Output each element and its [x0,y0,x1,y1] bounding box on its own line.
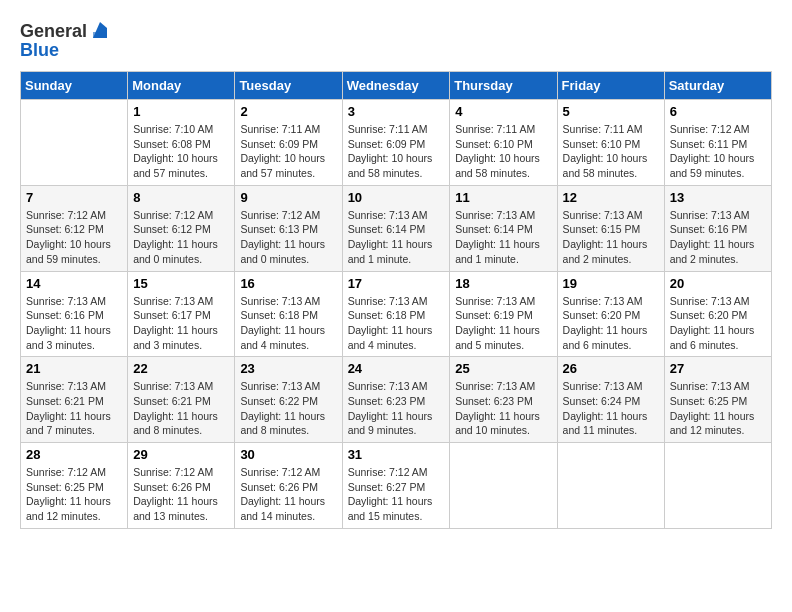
day-cell: 25Sunrise: 7:13 AMSunset: 6:23 PMDayligh… [450,357,557,443]
page-header: General Blue [20,20,772,61]
day-info: Sunrise: 7:12 AMSunset: 6:12 PMDaylight:… [133,208,229,267]
day-number: 5 [563,104,659,119]
day-cell: 15Sunrise: 7:13 AMSunset: 6:17 PMDayligh… [128,271,235,357]
calendar-table: SundayMondayTuesdayWednesdayThursdayFrid… [20,71,772,529]
day-info: Sunrise: 7:13 AMSunset: 6:20 PMDaylight:… [670,294,766,353]
day-cell: 16Sunrise: 7:13 AMSunset: 6:18 PMDayligh… [235,271,342,357]
day-number: 19 [563,276,659,291]
day-cell: 1Sunrise: 7:10 AMSunset: 6:08 PMDaylight… [128,100,235,186]
day-number: 7 [26,190,122,205]
day-number: 23 [240,361,336,376]
weekday-header-sunday: Sunday [21,72,128,100]
day-number: 18 [455,276,551,291]
day-info: Sunrise: 7:12 AMSunset: 6:26 PMDaylight:… [133,465,229,524]
week-row-4: 21Sunrise: 7:13 AMSunset: 6:21 PMDayligh… [21,357,772,443]
day-number: 1 [133,104,229,119]
weekday-header-monday: Monday [128,72,235,100]
day-cell [450,443,557,529]
day-info: Sunrise: 7:13 AMSunset: 6:18 PMDaylight:… [240,294,336,353]
day-info: Sunrise: 7:11 AMSunset: 6:10 PMDaylight:… [563,122,659,181]
day-number: 24 [348,361,445,376]
day-number: 12 [563,190,659,205]
day-info: Sunrise: 7:13 AMSunset: 6:19 PMDaylight:… [455,294,551,353]
day-info: Sunrise: 7:13 AMSunset: 6:14 PMDaylight:… [348,208,445,267]
day-info: Sunrise: 7:13 AMSunset: 6:17 PMDaylight:… [133,294,229,353]
day-cell: 29Sunrise: 7:12 AMSunset: 6:26 PMDayligh… [128,443,235,529]
day-info: Sunrise: 7:13 AMSunset: 6:16 PMDaylight:… [26,294,122,353]
day-number: 21 [26,361,122,376]
day-info: Sunrise: 7:13 AMSunset: 6:22 PMDaylight:… [240,379,336,438]
day-number: 17 [348,276,445,291]
day-info: Sunrise: 7:13 AMSunset: 6:18 PMDaylight:… [348,294,445,353]
day-cell: 22Sunrise: 7:13 AMSunset: 6:21 PMDayligh… [128,357,235,443]
day-cell: 27Sunrise: 7:13 AMSunset: 6:25 PMDayligh… [664,357,771,443]
day-number: 6 [670,104,766,119]
day-info: Sunrise: 7:13 AMSunset: 6:21 PMDaylight:… [133,379,229,438]
day-number: 4 [455,104,551,119]
weekday-header-saturday: Saturday [664,72,771,100]
day-cell: 28Sunrise: 7:12 AMSunset: 6:25 PMDayligh… [21,443,128,529]
day-number: 31 [348,447,445,462]
day-number: 11 [455,190,551,205]
day-cell: 26Sunrise: 7:13 AMSunset: 6:24 PMDayligh… [557,357,664,443]
week-row-1: 1Sunrise: 7:10 AMSunset: 6:08 PMDaylight… [21,100,772,186]
day-info: Sunrise: 7:12 AMSunset: 6:26 PMDaylight:… [240,465,336,524]
day-cell: 24Sunrise: 7:13 AMSunset: 6:23 PMDayligh… [342,357,450,443]
day-cell: 5Sunrise: 7:11 AMSunset: 6:10 PMDaylight… [557,100,664,186]
day-info: Sunrise: 7:13 AMSunset: 6:24 PMDaylight:… [563,379,659,438]
day-number: 27 [670,361,766,376]
day-cell: 8Sunrise: 7:12 AMSunset: 6:12 PMDaylight… [128,185,235,271]
day-number: 2 [240,104,336,119]
day-info: Sunrise: 7:11 AMSunset: 6:10 PMDaylight:… [455,122,551,181]
day-cell: 4Sunrise: 7:11 AMSunset: 6:10 PMDaylight… [450,100,557,186]
day-info: Sunrise: 7:12 AMSunset: 6:13 PMDaylight:… [240,208,336,267]
day-cell: 11Sunrise: 7:13 AMSunset: 6:14 PMDayligh… [450,185,557,271]
day-info: Sunrise: 7:13 AMSunset: 6:15 PMDaylight:… [563,208,659,267]
week-row-2: 7Sunrise: 7:12 AMSunset: 6:12 PMDaylight… [21,185,772,271]
day-info: Sunrise: 7:11 AMSunset: 6:09 PMDaylight:… [348,122,445,181]
day-info: Sunrise: 7:12 AMSunset: 6:11 PMDaylight:… [670,122,766,181]
day-info: Sunrise: 7:13 AMSunset: 6:25 PMDaylight:… [670,379,766,438]
day-cell: 13Sunrise: 7:13 AMSunset: 6:16 PMDayligh… [664,185,771,271]
logo: General Blue [20,20,111,61]
svg-marker-1 [93,32,107,38]
day-number: 20 [670,276,766,291]
day-number: 25 [455,361,551,376]
day-info: Sunrise: 7:11 AMSunset: 6:09 PMDaylight:… [240,122,336,181]
day-cell: 21Sunrise: 7:13 AMSunset: 6:21 PMDayligh… [21,357,128,443]
day-number: 30 [240,447,336,462]
day-info: Sunrise: 7:12 AMSunset: 6:25 PMDaylight:… [26,465,122,524]
day-cell: 30Sunrise: 7:12 AMSunset: 6:26 PMDayligh… [235,443,342,529]
day-number: 28 [26,447,122,462]
day-cell: 6Sunrise: 7:12 AMSunset: 6:11 PMDaylight… [664,100,771,186]
logo-blue-text: Blue [20,40,111,61]
day-cell [557,443,664,529]
week-row-5: 28Sunrise: 7:12 AMSunset: 6:25 PMDayligh… [21,443,772,529]
day-info: Sunrise: 7:13 AMSunset: 6:23 PMDaylight:… [348,379,445,438]
day-info: Sunrise: 7:13 AMSunset: 6:23 PMDaylight:… [455,379,551,438]
day-number: 10 [348,190,445,205]
day-cell: 3Sunrise: 7:11 AMSunset: 6:09 PMDaylight… [342,100,450,186]
day-number: 14 [26,276,122,291]
day-cell: 31Sunrise: 7:12 AMSunset: 6:27 PMDayligh… [342,443,450,529]
day-cell: 2Sunrise: 7:11 AMSunset: 6:09 PMDaylight… [235,100,342,186]
day-info: Sunrise: 7:13 AMSunset: 6:20 PMDaylight:… [563,294,659,353]
day-cell: 20Sunrise: 7:13 AMSunset: 6:20 PMDayligh… [664,271,771,357]
day-cell [21,100,128,186]
day-number: 22 [133,361,229,376]
day-number: 9 [240,190,336,205]
day-cell: 10Sunrise: 7:13 AMSunset: 6:14 PMDayligh… [342,185,450,271]
day-number: 16 [240,276,336,291]
day-cell: 14Sunrise: 7:13 AMSunset: 6:16 PMDayligh… [21,271,128,357]
day-cell: 17Sunrise: 7:13 AMSunset: 6:18 PMDayligh… [342,271,450,357]
weekday-header-row: SundayMondayTuesdayWednesdayThursdayFrid… [21,72,772,100]
day-cell [664,443,771,529]
week-row-3: 14Sunrise: 7:13 AMSunset: 6:16 PMDayligh… [21,271,772,357]
day-cell: 12Sunrise: 7:13 AMSunset: 6:15 PMDayligh… [557,185,664,271]
day-number: 26 [563,361,659,376]
day-number: 8 [133,190,229,205]
day-number: 3 [348,104,445,119]
logo-icon [89,20,111,42]
day-info: Sunrise: 7:12 AMSunset: 6:27 PMDaylight:… [348,465,445,524]
day-cell: 18Sunrise: 7:13 AMSunset: 6:19 PMDayligh… [450,271,557,357]
